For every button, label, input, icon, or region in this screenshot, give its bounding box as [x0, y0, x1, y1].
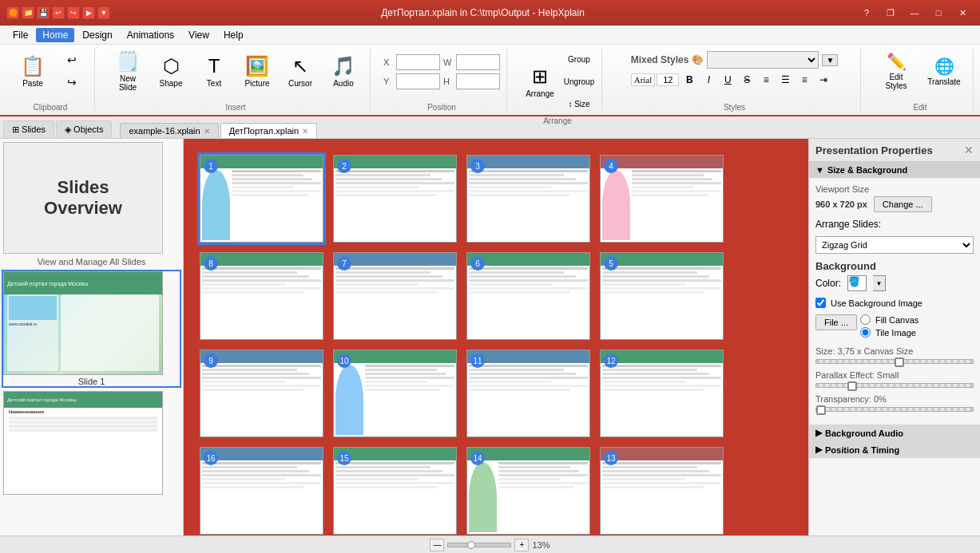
parallax-slider-thumb[interactable] — [847, 381, 857, 391]
menu-home[interactable]: Home — [36, 28, 74, 42]
slide-overview-thumb[interactable]: SlidesOverview View and Manage All Slide… — [3, 142, 180, 267]
cursor-button[interactable]: ↖ Cursor — [280, 48, 320, 94]
edit-translate-buttons: ✏️ Edit Styles 🌐 Translate — [874, 48, 966, 94]
restore-button[interactable]: ❐ — [879, 5, 902, 21]
close-button[interactable]: ✕ — [951, 5, 974, 21]
transparency-slider-thumb[interactable] — [816, 405, 826, 415]
zoom-handle[interactable] — [467, 541, 475, 549]
grid-slide-5[interactable]: 5 — [600, 252, 724, 340]
grid-slide-10[interactable]: 10 — [333, 350, 457, 437]
underline-button[interactable]: U — [719, 72, 736, 88]
fill-canvas-radio[interactable] — [860, 314, 871, 325]
bold-button[interactable]: B — [680, 72, 698, 88]
slides-tab[interactable]: ⊞ Slides — [3, 120, 54, 138]
indent-button[interactable]: ⇥ — [815, 72, 832, 88]
x-input[interactable] — [396, 54, 440, 70]
styles-group-label: Styles — [724, 103, 745, 112]
menu-design[interactable]: Design — [76, 28, 118, 42]
slides-tab-icon: ⊞ — [12, 124, 19, 134]
styles-dropdown[interactable] — [707, 51, 819, 69]
arrange-button[interactable]: ⊞ Arrange — [520, 58, 560, 105]
menu-view[interactable]: View — [182, 28, 216, 42]
menu-animations[interactable]: Animations — [121, 28, 181, 42]
grid-slide-8[interactable]: 8 — [200, 252, 323, 340]
ungroup-button[interactable]: Ungroup — [563, 70, 595, 93]
undo-button[interactable]: ↩ — [56, 49, 88, 71]
picture-button[interactable]: 🖼️ Picture — [237, 48, 277, 94]
grid-slide-16[interactable]: 16 — [200, 447, 323, 535]
strikethrough-button[interactable]: S — [738, 72, 756, 88]
doc-tab-example16-close[interactable]: ✕ — [204, 127, 210, 136]
align-left-button[interactable]: ≡ — [757, 72, 775, 88]
grid-slide-15[interactable]: 15 — [333, 447, 457, 535]
file-button[interactable]: File ... — [815, 314, 857, 330]
doc-tab-detportal[interactable]: ДетПортал.xplain ✕ — [220, 123, 317, 138]
audio-button[interactable]: 🎵 Audio — [323, 48, 363, 94]
use-bg-image-checkbox[interactable] — [815, 298, 826, 308]
grid-slide-2[interactable]: 2 — [333, 155, 457, 243]
italic-button[interactable]: I — [700, 72, 717, 88]
group-button[interactable]: Group — [563, 48, 595, 70]
minimize-button[interactable]: — — [903, 5, 926, 21]
parallax-slider-track[interactable] — [815, 383, 974, 388]
h-input[interactable] — [456, 73, 500, 89]
grid-slide-1[interactable]: 1 — [200, 155, 323, 243]
slide-2-thumb[interactable]: 2 Детский портал города Москвы Наименова… — [3, 391, 180, 495]
translate-button[interactable]: 🌐 Translate — [922, 48, 966, 94]
menu-file[interactable]: File — [6, 28, 34, 42]
size-button[interactable]: ↕ Size — [563, 93, 595, 115]
grid-badge-3: 3 — [470, 159, 485, 173]
grid-slide-6[interactable]: 6 — [466, 252, 590, 340]
help-button[interactable]: ? — [855, 5, 878, 21]
grid-slide-3[interactable]: 3 — [466, 155, 590, 243]
align-center-button[interactable]: ☰ — [776, 72, 794, 88]
newslide-button[interactable]: 🗒️ New Slide — [108, 48, 148, 94]
doc-tab-detportal-close[interactable]: ✕ — [302, 127, 308, 136]
color-swatch[interactable]: 🪣 — [847, 275, 867, 291]
right-panel-close-button[interactable]: ✕ — [964, 144, 974, 156]
font-size-selector[interactable]: 12 — [657, 73, 679, 86]
grid-slide-7[interactable]: 7 — [333, 252, 457, 340]
maximize-button[interactable]: □ — [927, 5, 950, 21]
size-slider-track[interactable] — [815, 359, 974, 364]
arrange-slides-dropdown[interactable]: Zigzag Grid — [815, 236, 974, 254]
zoom-slider[interactable] — [447, 543, 511, 547]
grid-badge-7: 7 — [337, 256, 351, 271]
slide-1-thumb[interactable]: 1 Детский портал города Москвы www.mosde… — [3, 271, 180, 386]
doc-tab-example16[interactable]: example-16.xplain ✕ — [120, 123, 218, 138]
text-button[interactable]: T Text — [194, 48, 234, 94]
align-right-button[interactable]: ≡ — [796, 72, 813, 88]
edit-styles-button[interactable]: ✏️ Edit Styles — [874, 48, 919, 94]
styles-dropdown-btn[interactable]: ▼ — [822, 54, 838, 66]
transparency-slider-track[interactable] — [815, 407, 974, 412]
y-input[interactable] — [396, 73, 440, 89]
tile-image-radio[interactable] — [860, 327, 871, 338]
background-audio-section-header[interactable]: ▶ Background Audio — [809, 425, 980, 441]
zoom-out-button[interactable]: — — [430, 539, 444, 551]
redo-button[interactable]: ↪ — [56, 71, 88, 93]
grid-slide-14[interactable]: 14 — [466, 447, 590, 535]
arrange-buttons: ⊞ Arrange Group Ungroup ↕ Size — [520, 48, 595, 115]
objects-tab[interactable]: ◈ Objects — [56, 120, 112, 138]
size-slider-thumb[interactable] — [895, 357, 904, 367]
menu-help[interactable]: Help — [217, 28, 250, 42]
grid-slide-12[interactable]: 12 — [600, 350, 724, 437]
grid-slide-13[interactable]: 13 — [600, 447, 724, 535]
parallax-slider-container — [815, 383, 974, 388]
grid-slide-9[interactable]: 9 — [200, 350, 323, 437]
zoom-in-button[interactable]: + — [514, 539, 529, 551]
change-viewport-button[interactable]: Change ... — [874, 196, 932, 212]
grid-badge-4: 4 — [604, 159, 618, 173]
shape-button[interactable]: ⬡ Shape — [151, 48, 191, 94]
w-input[interactable] — [456, 54, 500, 70]
font-family-selector[interactable]: Arial — [631, 73, 656, 86]
window-controls[interactable]: ? ❐ — □ ✕ — [855, 5, 974, 21]
grid-slide-4[interactable]: 4 — [600, 155, 724, 243]
paste-button[interactable]: 📋 Paste — [13, 48, 53, 94]
use-bg-image-row: Use Background Image — [815, 298, 974, 308]
size-background-section-header[interactable]: ▼ Size & Background — [809, 162, 980, 178]
color-dropdown-btn[interactable]: ▼ — [873, 275, 886, 291]
position-timing-section-header[interactable]: ▶ Position & Timing — [809, 441, 980, 458]
grid-badge-6: 6 — [470, 256, 485, 271]
grid-slide-11[interactable]: 11 — [466, 350, 590, 437]
